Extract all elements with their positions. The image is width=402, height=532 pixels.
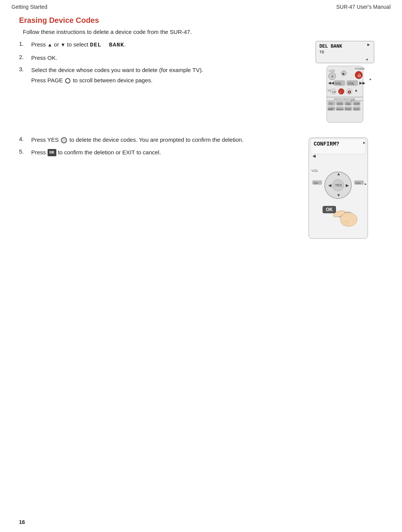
step-5: 5. Press OK to confirm the deletion or E…	[19, 148, 299, 157]
step-1-number: 1.	[19, 40, 27, 50]
steps-section-2: 4. Press YES to delete the device codes.…	[19, 136, 383, 244]
step-2: 2. Press OK.	[19, 54, 299, 62]
page-footer: 16	[19, 519, 25, 525]
svg-text:CH+: CH+	[356, 182, 361, 184]
steps-section-1: 1. Press ▲ or ▼ to select DEL BANK. 2. P…	[19, 40, 383, 124]
svg-text:OK: OK	[326, 207, 333, 212]
svg-text:DEL BANK: DEL BANK	[319, 44, 342, 49]
svg-text:☀: ☀	[331, 75, 334, 79]
svg-rect-30	[327, 101, 363, 101]
svg-text:M/DVD: M/DVD	[337, 108, 343, 111]
svg-text:DISC: DISC	[345, 108, 351, 111]
svg-text:▸: ▸	[365, 182, 367, 186]
step-2-number: 2.	[19, 54, 27, 62]
step-3-number: 3.	[19, 66, 27, 85]
ok-badge: OK	[48, 149, 56, 156]
svg-text:▲: ▲	[337, 171, 341, 176]
page-header: Getting Started SUR-47 User's Manual	[0, 0, 402, 12]
intro-text: Follow these instructions to delete a de…	[23, 29, 383, 35]
svg-text:TV: TV	[329, 103, 333, 105]
yes-icon	[61, 137, 67, 143]
section-title: Erasing Device Codes	[19, 16, 383, 25]
page-content: Erasing Device Codes Follow these instru…	[0, 12, 402, 259]
svg-text:VOL: VOL	[348, 82, 354, 85]
svg-text:▼: ▼	[337, 193, 341, 197]
svg-text:CH-: CH-	[314, 182, 319, 184]
svg-text:▸: ▸	[370, 77, 372, 81]
svg-text:SAT: SAT	[350, 99, 354, 102]
svg-rect-28	[327, 97, 363, 97]
step-3-text: Select the device whose codes you want t…	[31, 66, 203, 85]
svg-text:▲: ▲	[354, 88, 358, 92]
step-5-number: 5.	[19, 148, 27, 157]
svg-text:▶: ▶	[346, 183, 349, 187]
remote-svg-1: DEL BANK TD ▸ ◄ LCD ☀ ▶ POWER ⏻	[311, 40, 379, 124]
step-3: 3. Select the device whose codes you wan…	[19, 66, 299, 85]
svg-text:▸: ▸	[367, 42, 370, 47]
svg-text:YES: YES	[335, 183, 342, 187]
svg-text:TD: TD	[319, 50, 324, 54]
step-5-text: Press OK to confirm the deletion or EXIT…	[31, 148, 161, 157]
svg-text:DVD: DVD	[337, 103, 343, 105]
svg-text:POWER: POWER	[355, 67, 365, 70]
svg-text:CONFIRM?: CONFIRM?	[314, 141, 339, 147]
svg-text:▶: ▶	[343, 72, 345, 75]
svg-text:CH: CH	[332, 91, 336, 93]
step-1: 1. Press ▲ or ▼ to select DEL BANK.	[19, 40, 299, 50]
svg-text:◄: ◄	[311, 153, 317, 159]
svg-text:VOL: VOL	[311, 169, 318, 173]
svg-text:AMP: AMP	[328, 108, 334, 111]
svg-text:AUX: AUX	[354, 108, 359, 111]
svg-text:▸: ▸	[363, 140, 365, 145]
svg-text:⏻: ⏻	[357, 74, 361, 77]
svg-text:▶▶: ▶▶	[359, 81, 365, 85]
page-icon	[65, 78, 70, 83]
step-4-number: 4.	[19, 136, 27, 144]
svg-text:VOL: VOL	[335, 82, 341, 85]
header-left: Getting Started	[11, 4, 47, 10]
step-4: 4. Press YES to delete the device codes.…	[19, 136, 299, 144]
page-number: 16	[19, 519, 25, 525]
svg-text:VCR: VCR	[354, 103, 359, 105]
svg-text:🔇: 🔇	[348, 90, 351, 94]
svg-point-23	[338, 88, 344, 94]
step-1-text: Press ▲ or ▼ to select DEL BANK.	[31, 40, 126, 50]
step-2-text: Press OK.	[31, 54, 57, 62]
steps-left: 1. Press ▲ or ▼ to select DEL BANK. 2. P…	[19, 40, 299, 88]
header-right: SUR-47 User's Manual	[336, 4, 391, 10]
svg-text:◀◀: ◀◀	[328, 81, 334, 85]
svg-text:CBL: CBL	[346, 103, 351, 105]
svg-text:LCD: LCD	[329, 69, 335, 72]
remote-image-1: DEL BANK TD ▸ ◄ LCD ☀ ▶ POWER ⏻	[307, 40, 383, 124]
svg-text:◀: ◀	[328, 183, 332, 187]
step-4-text: Press YES to delete the device codes. Yo…	[31, 136, 244, 144]
confirm-svg: CONFIRM? ▸ ◄ VOL ▲ ▼ ◀ ▶ YES	[307, 136, 379, 242]
confirm-image: CONFIRM? ▸ ◄ VOL ▲ ▼ ◀ ▶ YES	[307, 136, 383, 244]
steps2-left: 4. Press YES to delete the device codes.…	[19, 136, 299, 160]
svg-text:◄: ◄	[365, 57, 368, 61]
